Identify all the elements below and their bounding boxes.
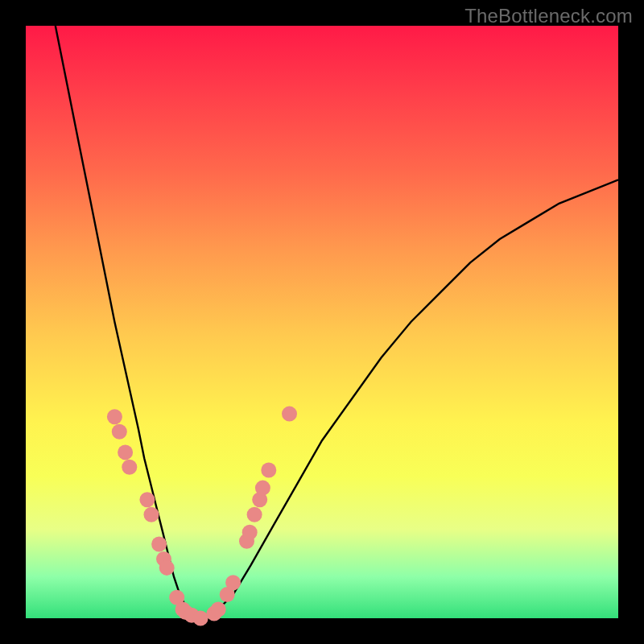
data-marker	[118, 444, 133, 460]
data-marker	[193, 611, 208, 626]
data-marker	[139, 492, 155, 507]
data-marker	[211, 602, 226, 617]
watermark-text: TheBottleneck.com	[464, 5, 633, 27]
bottleneck-curve	[56, 26, 618, 618]
data-marker	[261, 463, 276, 478]
marker-group	[107, 407, 297, 626]
data-marker	[242, 525, 258, 540]
data-marker	[282, 407, 297, 422]
chart-svg	[0, 0, 644, 644]
data-marker	[144, 507, 159, 522]
data-marker	[225, 575, 241, 590]
data-marker	[255, 481, 270, 496]
data-marker	[112, 424, 127, 440]
data-marker	[247, 507, 262, 522]
data-marker	[159, 560, 175, 576]
data-marker	[122, 460, 137, 475]
chart-frame: TheBottleneck.com	[0, 0, 644, 644]
data-marker	[151, 537, 167, 552]
data-marker	[107, 409, 122, 424]
